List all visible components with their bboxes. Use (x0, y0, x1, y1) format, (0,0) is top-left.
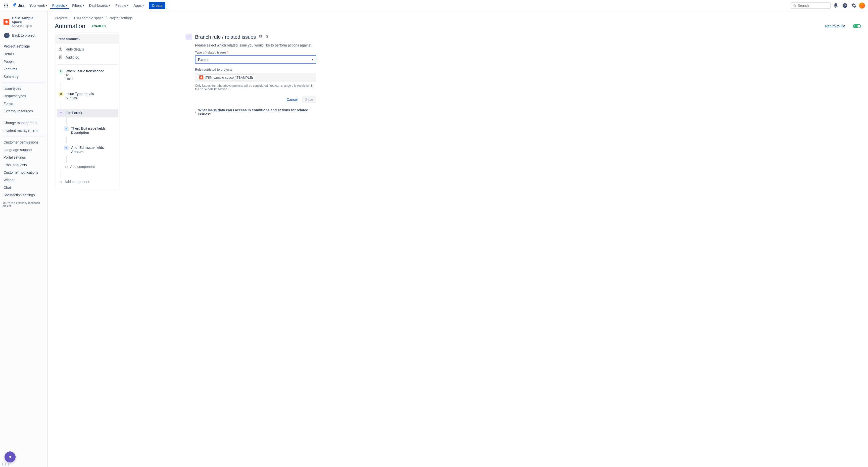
sidebar-item-portal-settings[interactable]: Portal settings (2, 154, 45, 161)
product-name: Jira (18, 3, 24, 7)
nav-people[interactable]: People▾ (113, 2, 131, 9)
sidebar-item-customer-notifications[interactable]: Customer notifications (2, 169, 45, 176)
add-icon (60, 181, 62, 183)
expand-help[interactable]: › What issue data can I access in condit… (195, 108, 316, 116)
nav-dashboards[interactable]: Dashboards▾ (87, 2, 112, 9)
sidebar-item-change-management[interactable]: Change management (2, 119, 45, 127)
search-input[interactable] (798, 3, 828, 7)
sidebar-item-language-support[interactable]: Language support (2, 146, 45, 154)
sidebar: ITSM sample space Service project ← Back… (0, 11, 48, 467)
svg-rect-19 (260, 36, 262, 38)
resize-handle-icon: ⋮⋮⋮ (0, 463, 9, 467)
rule-details-link[interactable]: Rule details (57, 45, 118, 53)
jira-logo[interactable]: Jira (12, 3, 24, 8)
chevron-down-icon: ▾ (312, 58, 313, 61)
top-nav: Jira Your work▾ Projects▾ Filters▾ Dashb… (0, 0, 868, 11)
chevron-right-icon: › (195, 110, 196, 114)
step-branch[interactable]: ⑂ For Parent (57, 109, 118, 117)
condition-icon: ⇄ (59, 92, 63, 96)
svg-point-8 (7, 6, 8, 7)
breadcrumb-settings[interactable]: Project settings (108, 16, 133, 20)
related-type-select[interactable]: Parent ▾ (195, 55, 316, 64)
add-component-outer[interactable]: Add component (57, 178, 118, 186)
step-action-2[interactable]: ✎ And: Edit issue fields Amount (63, 144, 118, 156)
search-icon (793, 4, 796, 7)
sidebar-heading: Project settings (2, 42, 45, 50)
sidebar-item-external-resources[interactable]: External resources (2, 107, 45, 115)
quickstart-fab[interactable]: ✦ (4, 452, 16, 463)
back-to-project[interactable]: ← Back to project (2, 31, 45, 40)
search-box[interactable] (790, 2, 831, 9)
svg-point-9 (794, 4, 795, 6)
project-name: ITSM sample space (12, 16, 43, 24)
branch-icon: ⑂ (59, 111, 63, 115)
notifications-icon[interactable] (832, 1, 840, 9)
detail-description: Please select which related issue you wo… (195, 43, 316, 47)
log-icon (59, 55, 63, 59)
breadcrumb-projects[interactable]: Projects (55, 16, 68, 20)
svg-point-0 (4, 3, 5, 4)
sidebar-item-incident-management[interactable]: Incident management (2, 127, 45, 134)
project-header[interactable]: ITSM sample space Service project (2, 15, 45, 31)
status-badge: ENABLED (90, 24, 107, 28)
rule-panel: test amount2 Rule details Audit log ↳ (55, 34, 120, 189)
breadcrumb-space[interactable]: ITSM sample space (72, 16, 103, 20)
svg-point-7 (5, 6, 6, 7)
sidebar-item-summary[interactable]: Summary (2, 73, 45, 81)
delete-icon[interactable] (265, 35, 269, 39)
step-trigger[interactable]: ↳ When: Issue transitioned TO Done (57, 67, 118, 83)
edit-icon: ✎ (64, 126, 69, 131)
svg-point-15 (60, 49, 61, 49)
svg-point-1 (5, 3, 6, 4)
sidebar-item-request-types[interactable]: Request types (2, 92, 45, 100)
help-text: Only issues from the above projects will… (195, 84, 316, 91)
return-to-list[interactable]: Return to list (825, 24, 845, 28)
sidebar-item-people[interactable]: People (2, 58, 45, 65)
back-arrow-icon: ← (4, 33, 9, 38)
project-chip: ITSM sample space (ITSAMPLE) (197, 74, 255, 81)
audit-log-link[interactable]: Audit log (57, 53, 118, 61)
rule-name[interactable]: test amount2 (55, 34, 120, 44)
sidebar-item-details[interactable]: Details (2, 50, 45, 58)
sidebar-item-satisfaction-settings[interactable]: Satisfaction settings (2, 191, 45, 199)
nav-filters[interactable]: Filters▾ (70, 2, 86, 9)
app-switcher-icon[interactable] (3, 2, 9, 8)
rule-enabled-toggle[interactable]: ✓ (853, 24, 861, 28)
save-button[interactable]: Save (302, 96, 316, 103)
sidebar-item-chat[interactable]: Chat (2, 184, 45, 191)
nav-apps[interactable]: Apps▾ (131, 2, 146, 9)
trigger-icon: ↳ (59, 69, 63, 74)
cancel-button[interactable]: Cancel (283, 96, 301, 103)
sidebar-item-email-requests[interactable]: Email requests (2, 161, 45, 169)
svg-point-2 (7, 3, 8, 4)
svg-rect-20 (259, 35, 261, 37)
restrict-label: Rule restricted to projects (195, 68, 316, 71)
edit-icon: ✎ (64, 146, 69, 150)
project-icon (3, 19, 9, 25)
copy-icon[interactable] (259, 35, 263, 39)
help-icon[interactable]: ? (841, 1, 849, 9)
user-avatar[interactable] (859, 2, 865, 8)
info-icon (59, 47, 63, 51)
sidebar-item-customer-permissions[interactable]: Customer permissions (2, 138, 45, 146)
svg-point-4 (5, 5, 6, 6)
nav-projects[interactable]: Projects▾ (50, 2, 69, 9)
sidebar-item-widget[interactable]: Widget (2, 176, 45, 184)
step-condition[interactable]: ⇄ Issue Type equals Sub-task (57, 90, 118, 102)
create-button[interactable]: Create (149, 2, 165, 9)
project-restriction-row: ITSM sample space (ITSAMPLE) (195, 73, 316, 82)
add-component-inner[interactable]: Add component (63, 163, 118, 171)
sidebar-item-issue-types[interactable]: Issue types (2, 85, 45, 92)
detail-panel: ⑂ Branch rule / related issues Please se… (185, 34, 316, 116)
type-label: Type of related issues * (195, 51, 316, 54)
sidebar-item-features[interactable]: Features (2, 65, 45, 73)
svg-line-10 (795, 6, 796, 7)
add-icon (65, 166, 68, 168)
nav-your-work[interactable]: Your work▾ (27, 2, 49, 9)
svg-point-6 (4, 6, 5, 7)
sidebar-footer: You're in a company-managed project (2, 199, 45, 207)
step-action-1[interactable]: ✎ Then: Edit issue fields Description (63, 124, 118, 136)
sidebar-item-forms[interactable]: Forms (2, 100, 45, 107)
page-title: Automation (55, 23, 85, 30)
settings-icon[interactable] (850, 1, 858, 9)
